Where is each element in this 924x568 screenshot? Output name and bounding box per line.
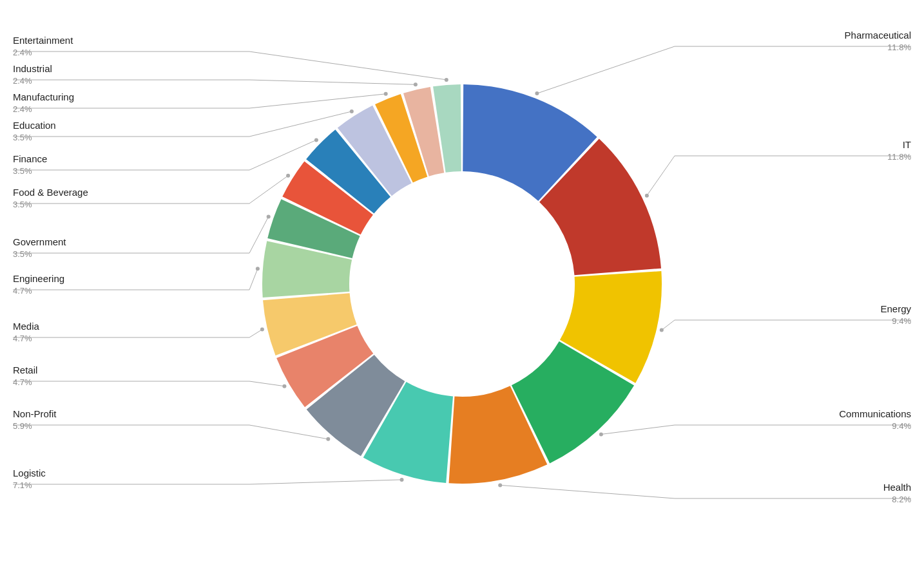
svg-point-6	[326, 437, 330, 441]
segment-label-name: Food & Beverage	[13, 187, 88, 198]
svg-point-16	[445, 78, 448, 82]
segment-label-pct: 4.7%	[13, 334, 32, 343]
leader-line	[13, 111, 352, 137]
segment-label-pct: 9.4%	[892, 316, 911, 326]
segment-label-pct: 2.4%	[13, 76, 32, 86]
donut-chart: Pharmaceutical11.8%IT11.8%Energy9.4%Comm…	[0, 0, 924, 568]
segment-label-pct: 3.5%	[13, 166, 32, 176]
leader-line	[13, 425, 328, 439]
segment-label-pct: 2.4%	[13, 104, 32, 114]
svg-point-3	[599, 432, 603, 436]
leader-line	[647, 156, 911, 196]
segment-label-name: Communications	[839, 408, 911, 419]
segment-label-name: Entertainment	[13, 35, 73, 46]
leader-line	[662, 320, 911, 330]
svg-point-10	[267, 214, 271, 218]
leader-line	[13, 216, 269, 253]
leader-line	[601, 425, 911, 434]
svg-point-14	[384, 92, 388, 96]
chart-container: Pharmaceutical11.8%IT11.8%Energy9.4%Comm…	[0, 0, 924, 568]
segment-label-name: Energy	[880, 303, 911, 314]
segment-label-pct: 3.5%	[13, 200, 32, 209]
svg-point-11	[286, 174, 290, 178]
svg-point-9	[256, 267, 260, 270]
segment-label-pct: 5.9%	[13, 421, 32, 431]
segment-label-name: Health	[883, 482, 911, 493]
leader-line	[500, 485, 911, 498]
segment-label-name: IT	[903, 139, 911, 150]
leader-line	[13, 480, 402, 484]
segment-label-name: Logistic	[13, 468, 46, 478]
segment-label-pct: 7.1%	[13, 480, 32, 490]
leader-line	[13, 80, 416, 84]
segment-label-name: Retail	[13, 364, 37, 375]
leader-line	[13, 52, 447, 80]
leader-line	[537, 46, 911, 93]
svg-point-2	[660, 328, 664, 332]
svg-point-13	[350, 109, 354, 113]
segment-label-name: Media	[13, 321, 40, 332]
segment-label-name: Education	[13, 120, 56, 131]
segment-label-pct: 11.8%	[887, 152, 911, 162]
segment-label-name: Government	[13, 236, 66, 247]
segment-label-name: Pharmaceutical	[845, 30, 911, 41]
segment-label-name: Manufacturing	[13, 91, 74, 102]
svg-point-1	[645, 194, 649, 198]
svg-point-12	[314, 138, 318, 142]
leader-line	[13, 140, 316, 170]
svg-point-7	[282, 384, 286, 388]
svg-point-15	[414, 82, 418, 86]
segment-label-pct: 3.5%	[13, 249, 32, 259]
svg-point-0	[535, 91, 539, 95]
segment-label-name: Industrial	[13, 63, 52, 74]
segment-label-name: Engineering	[13, 273, 64, 284]
svg-point-5	[400, 478, 404, 482]
segment-label-pct: 8.2%	[892, 495, 911, 504]
segment-label-pct: 9.4%	[892, 421, 911, 431]
segment-label-name: Finance	[13, 153, 47, 164]
segment-label-pct: 2.4%	[13, 48, 32, 57]
segment-label-pct: 4.7%	[13, 377, 32, 387]
segment-label-pct: 11.8%	[887, 43, 911, 52]
segment-label-pct: 3.5%	[13, 133, 32, 142]
leader-line	[13, 330, 262, 337]
leader-line	[13, 381, 284, 386]
svg-point-8	[260, 328, 264, 332]
svg-point-4	[498, 483, 502, 487]
segment-label-pct: 4.7%	[13, 286, 32, 296]
segment-label-name: Non-Profit	[13, 408, 57, 419]
